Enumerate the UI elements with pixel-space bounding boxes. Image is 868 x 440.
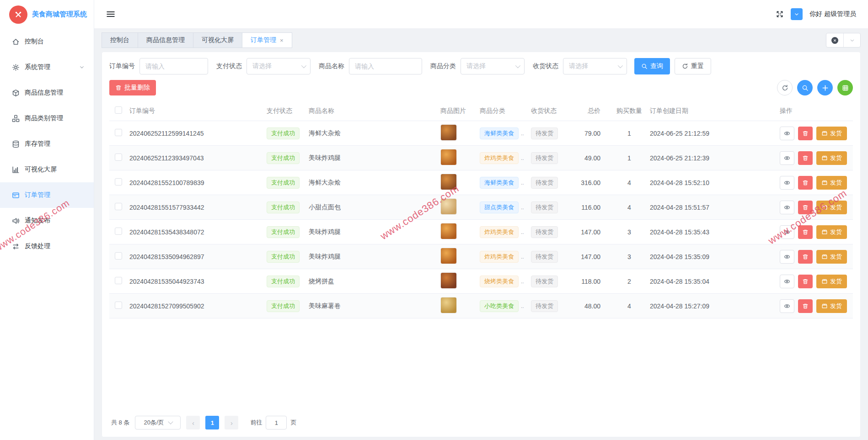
receive-status-badge: 待发货 (531, 201, 558, 213)
next-page-button[interactable]: › (225, 416, 238, 429)
delete-button[interactable] (798, 176, 813, 190)
sidebar-item-product-info[interactable]: 商品信息管理 (0, 80, 94, 106)
ship-button[interactable]: 发货 (816, 299, 847, 313)
ship-button[interactable]: 发货 (816, 275, 847, 288)
pay-status-cell: 支付成功 (267, 152, 309, 164)
sidebar: 美食商城管理系统 控制台系统管理商品信息管理商品类别管理库存管理可视化大屏订单管… (0, 0, 94, 440)
view-button[interactable] (780, 201, 794, 214)
delete-button[interactable] (798, 151, 813, 165)
sidebar-item-system[interactable]: 系统管理 (0, 54, 94, 80)
ship-button[interactable]: 发货 (816, 225, 847, 239)
truncation-dots: .. (521, 130, 524, 137)
filter-input-商品名称[interactable] (349, 58, 422, 74)
view-button[interactable] (780, 299, 794, 313)
refresh-table-button[interactable] (777, 80, 793, 95)
tab-控制台[interactable]: 控制台 (102, 32, 138, 48)
close-tab-icon[interactable]: × (280, 37, 284, 43)
filter-select-收货状态[interactable]: 请选择 (563, 58, 627, 74)
quantity: 4 (609, 179, 650, 186)
row-checkbox[interactable] (115, 302, 122, 309)
sidebar-item-orders[interactable]: 订单管理 (0, 182, 94, 208)
main-column: 你好 超级管理员 控制台商品信息管理可视化大屏订单管理× (94, 0, 868, 440)
table-row: 202404281535044923743支付成功烧烤拼盘烧烤类美食..待发货1… (109, 269, 853, 294)
delete-button[interactable] (798, 127, 813, 140)
sidebar-item-label: 控制台 (25, 37, 44, 46)
hamburger-menu-icon[interactable] (106, 10, 115, 19)
ship-button[interactable]: 发货 (816, 176, 847, 190)
tab-订单管理[interactable]: 订单管理× (242, 32, 292, 48)
fullscreen-icon[interactable] (776, 10, 784, 18)
view-button[interactable] (780, 250, 794, 264)
cubes-icon (12, 115, 20, 122)
batch-delete-button[interactable]: 批量删除 (109, 80, 156, 95)
toolbar-row: 批量删除 (109, 80, 853, 95)
add-order-button[interactable] (817, 80, 833, 95)
delete-button[interactable] (798, 201, 813, 214)
page-number-button[interactable]: 1 (205, 416, 219, 429)
chevron-down-icon (850, 38, 855, 43)
table-header-row: 订单编号 支付状态 商品名称 商品图片 商品分类 收货状态 总价 购买数量 订单… (109, 101, 853, 121)
row-checkbox[interactable] (115, 228, 122, 235)
user-avatar[interactable] (791, 8, 803, 20)
zoom-table-button[interactable] (797, 80, 813, 95)
sidebar-item-inventory[interactable]: 库存管理 (0, 131, 94, 157)
receive-status-cell: 待发货 (531, 152, 577, 164)
row-checkbox[interactable] (115, 129, 122, 136)
row-checkbox[interactable] (115, 203, 122, 210)
sidebar-item-feedback[interactable]: 反馈处理 (0, 233, 94, 259)
tab-可视化大屏[interactable]: 可视化大屏 (193, 32, 242, 48)
reset-button[interactable]: 重置 (675, 58, 711, 74)
tab-商品信息管理[interactable]: 商品信息管理 (138, 32, 193, 48)
tab-label: 商品信息管理 (146, 36, 185, 44)
select-all-checkbox[interactable] (115, 106, 122, 114)
order-number: 202404281535438348072 (129, 228, 267, 236)
receive-status-badge: 待发货 (531, 226, 558, 238)
view-button[interactable] (780, 127, 794, 140)
category-badge: 炸鸡类美食 (480, 251, 519, 263)
view-button[interactable] (780, 275, 794, 288)
delete-button[interactable] (798, 225, 813, 239)
goto-page-input[interactable] (266, 416, 287, 429)
view-button[interactable] (780, 151, 794, 165)
page-size-select[interactable]: 20条/页 (135, 416, 181, 429)
orders-table: 订单编号 支付状态 商品名称 商品图片 商品分类 收货状态 总价 购买数量 订单… (109, 101, 853, 409)
row-checkbox[interactable] (115, 277, 122, 284)
sidebar-item-notice[interactable]: 通知发布 (0, 208, 94, 233)
filter-select-商品分类[interactable]: 请选择 (461, 58, 525, 74)
delete-button[interactable] (798, 275, 813, 288)
truncation-dots: .. (521, 204, 524, 211)
row-actions: 发货 (780, 250, 853, 264)
ship-button[interactable]: 发货 (816, 151, 847, 165)
prev-page-button[interactable]: ‹ (186, 416, 200, 429)
row-checkbox[interactable] (115, 154, 122, 161)
row-checkbox[interactable] (115, 178, 122, 186)
tabs: 控制台商品信息管理可视化大屏订单管理× (102, 32, 292, 48)
pay-status-badge: 支付成功 (267, 300, 300, 312)
receive-status-badge: 待发货 (531, 177, 558, 189)
sidebar-item-dashboard[interactable]: 控制台 (0, 29, 94, 54)
filter-input-订单编号[interactable] (139, 58, 208, 74)
row-checkbox[interactable] (115, 252, 122, 260)
export-button[interactable] (837, 80, 853, 95)
chevron-down-icon (515, 63, 520, 68)
filter-fields: 订单编号支付状态请选择商品名称商品分类请选择收货状态请选择 (109, 58, 627, 74)
view-button[interactable] (780, 225, 794, 239)
tab-label: 订单管理 (251, 36, 276, 44)
tab-options-button[interactable] (843, 33, 860, 47)
pay-status-cell: 支付成功 (267, 276, 309, 287)
ship-button[interactable]: 发货 (816, 250, 847, 264)
category-cell: 炸鸡类美食.. (480, 251, 531, 263)
truncation-dots: .. (521, 180, 524, 186)
created-date: 2024-04-28 15:35:43 (650, 228, 780, 236)
search-button[interactable]: 查询 (634, 58, 670, 74)
view-button[interactable] (780, 176, 794, 190)
ship-button[interactable]: 发货 (816, 127, 847, 140)
sidebar-item-bigscreen[interactable]: 可视化大屏 (0, 157, 94, 182)
filter-select-支付状态[interactable]: 请选择 (246, 58, 311, 74)
delete-button[interactable] (798, 250, 813, 264)
ship-button[interactable]: 发货 (816, 201, 847, 214)
delete-button[interactable] (798, 299, 813, 313)
sidebar-item-product-category[interactable]: 商品类别管理 (0, 106, 94, 131)
close-all-tabs-button[interactable] (826, 33, 843, 47)
table-row: 202404281535438348072支付成功美味炸鸡腿炸鸡类美食..待发货… (109, 220, 853, 244)
